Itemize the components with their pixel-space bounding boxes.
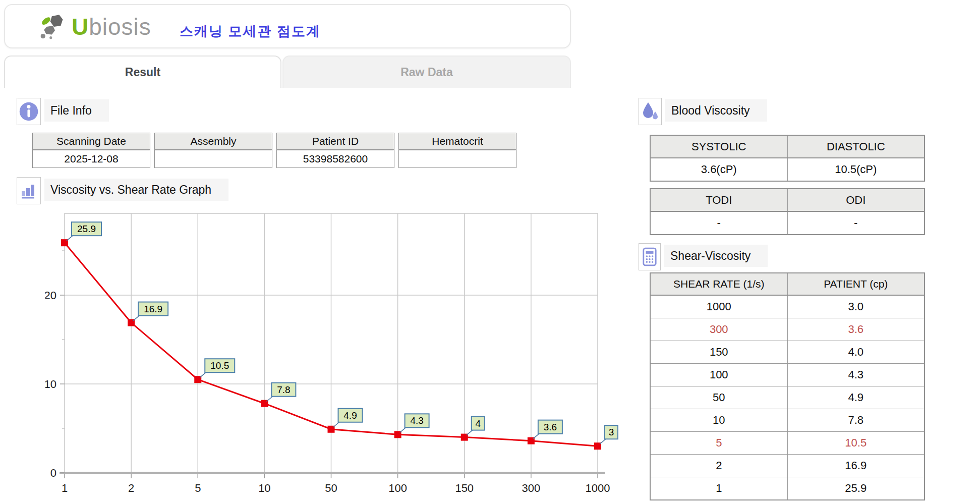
data-label-text: 3 <box>609 427 614 437</box>
patient-cell: 4.9 <box>787 386 925 409</box>
patient-cell: 16.9 <box>787 455 925 477</box>
shear-rate-cell: 10 <box>651 409 787 431</box>
field-value: 53398582600 <box>277 150 394 168</box>
graph-title: Viscosity vs. Shear Rate Graph <box>44 179 228 201</box>
data-label-text: 7.8 <box>277 384 290 395</box>
todi-odi-table: TODI ODI - - <box>650 188 925 235</box>
systolic-value: 3.6(cP) <box>651 158 787 181</box>
calculator-icon <box>639 243 661 270</box>
graph-section-header: Viscosity vs. Shear Rate Graph <box>17 177 228 204</box>
todi-value: - <box>651 212 787 234</box>
field-label: Hematocrit <box>399 133 516 150</box>
y-tick-label: 0 <box>50 467 56 479</box>
table-row: 100 4.3 <box>651 364 924 386</box>
data-label-text: 4.3 <box>410 415 423 426</box>
patient-column-header: PATIENT (cp) <box>787 273 925 295</box>
y-tick-label: 20 <box>45 289 56 302</box>
table-row: 10 7.8 <box>651 409 924 432</box>
viscosity-shear-chart-svg: 125105010015030010000102025.916.910.57.8… <box>45 209 641 501</box>
table-row: 300 3.6 <box>651 318 924 341</box>
data-label-text: 4.9 <box>343 410 357 421</box>
header-card: Ubiosis 스캐닝 모세관 점도계 <box>4 4 571 48</box>
odi-value: - <box>787 212 925 234</box>
patient-cell: 25.9 <box>787 477 925 499</box>
x-tick-label: 1000 <box>586 482 610 494</box>
data-label-text: 25.9 <box>77 224 96 234</box>
x-tick-label: 50 <box>325 482 337 494</box>
data-label-text: 4 <box>475 418 481 429</box>
table-row: 2 16.9 <box>651 455 924 477</box>
shear-rate-cell: 50 <box>651 386 787 409</box>
shear-rate-cell: 150 <box>651 341 787 363</box>
data-label-text: 16.9 <box>144 304 162 314</box>
patient-cell: 7.8 <box>787 409 925 431</box>
file-info-title: File Info <box>44 99 109 122</box>
patient-cell: 4.3 <box>787 364 925 386</box>
y-tick-label: 10 <box>45 378 56 391</box>
todi-header: TODI <box>651 189 787 211</box>
bar-chart-icon <box>17 177 41 204</box>
tab-raw-data[interactable]: Raw Data <box>282 55 571 88</box>
blood-viscosity-title: Blood Viscosity <box>665 99 767 122</box>
ubiosis-logo: Ubiosis <box>39 13 151 40</box>
x-tick-label: 1 <box>62 482 68 494</box>
diastolic-value: 10.5(cP) <box>787 158 925 181</box>
systolic-header: SYSTOLIC <box>651 136 787 157</box>
file-info-section-header: File Info <box>17 98 109 125</box>
shear-rate-cell: 2 <box>651 455 787 477</box>
patient-cell: 3.6 <box>787 318 925 341</box>
shear-rate-cell: 5 <box>651 432 787 454</box>
field-label: Assembly <box>155 133 272 150</box>
patient-cell: 10.5 <box>787 432 925 454</box>
table-row: 1 25.9 <box>651 477 924 499</box>
patient-cell: 4.0 <box>787 341 925 363</box>
shear-viscosity-section-header: Shear-Viscosity <box>639 243 768 270</box>
field-value <box>155 150 272 168</box>
x-tick-label: 300 <box>522 482 541 494</box>
tab-result[interactable]: Result <box>4 55 281 88</box>
x-tick-label: 2 <box>128 482 134 494</box>
file-info-field-patient-id: Patient ID 53398582600 <box>276 133 394 168</box>
x-tick-label: 10 <box>258 482 270 494</box>
field-label: Scanning Date <box>33 133 150 150</box>
info-icon <box>17 98 41 125</box>
table-row: 50 4.9 <box>651 386 924 409</box>
table-row: 150 4.0 <box>651 341 924 364</box>
file-info-field-scanning-date: Scanning Date 2025-12-08 <box>32 133 150 168</box>
file-info-field-hematocrit: Hematocrit <box>398 133 516 168</box>
x-tick-label: 5 <box>195 482 201 494</box>
data-label-text: 10.5 <box>210 360 229 371</box>
field-label: Patient ID <box>277 133 394 150</box>
shear-rate-cell: 100 <box>651 364 787 386</box>
logo-text: Ubiosis <box>72 13 151 40</box>
field-value <box>399 150 516 168</box>
logo-text-rest: biosis <box>89 14 151 40</box>
systolic-diastolic-table: SYSTOLIC DIASTOLIC 3.6(cP) 10.5(cP) <box>650 135 925 182</box>
odi-header: ODI <box>787 189 925 211</box>
blood-viscosity-section-header: Blood Viscosity <box>639 98 767 125</box>
shear-viscosity-title: Shear-Viscosity <box>664 245 768 267</box>
ubiosis-logo-icon <box>39 13 71 40</box>
x-tick-label: 150 <box>455 482 474 494</box>
diastolic-header: DIASTOLIC <box>787 136 925 157</box>
field-value: 2025-12-08 <box>33 150 150 168</box>
shear-viscosity-table: SHEAR RATE (1/s) PATIENT (cp) 1000 3.0 3… <box>650 272 925 500</box>
file-info-table: Scanning Date 2025-12-08 Assembly Patien… <box>32 133 516 168</box>
shear-rate-cell: 300 <box>651 318 787 341</box>
shear-rate-cell: 1 <box>651 477 787 499</box>
x-tick-label: 100 <box>388 482 407 494</box>
shear-rate-cell: 1000 <box>651 296 787 318</box>
shear-rate-column-header: SHEAR RATE (1/s) <box>651 273 787 295</box>
app-title: 스캐닝 모세관 점도계 <box>180 22 321 40</box>
blood-droplets-icon <box>639 98 662 125</box>
viscosity-shear-chart: 125105010015030010000102025.916.910.57.8… <box>45 209 641 501</box>
file-info-field-assembly: Assembly <box>154 133 272 168</box>
patient-cell: 3.0 <box>787 296 925 318</box>
table-row: 1000 3.0 <box>651 296 924 318</box>
data-label-text: 3.6 <box>544 422 557 432</box>
logo-letter-u: U <box>72 14 89 40</box>
table-row: 5 10.5 <box>651 432 924 455</box>
